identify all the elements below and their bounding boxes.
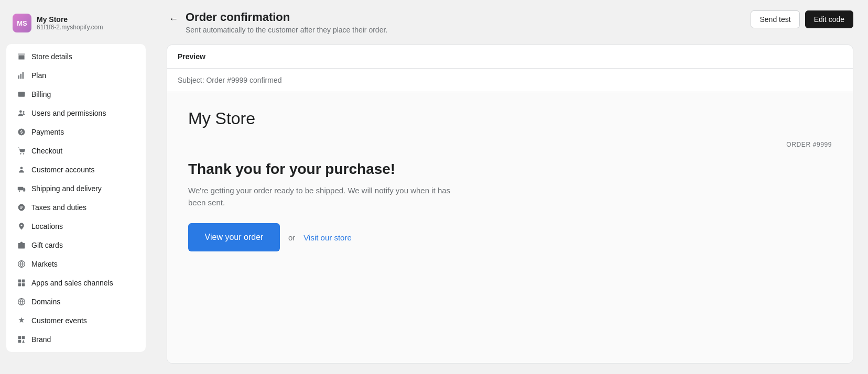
shipping-delivery-icon: [17, 184, 26, 193]
send-test-button[interactable]: Send test: [751, 10, 799, 28]
locations-icon: [17, 222, 26, 231]
sidebar-item-domains[interactable]: Domains: [8, 292, 144, 311]
store-info: My Store 61f1f6-2.myshopify.com: [37, 15, 103, 31]
sidebar-item-payments[interactable]: Payments: [8, 123, 144, 141]
brand-icon: [17, 335, 26, 344]
svg-rect-19: [18, 283, 21, 287]
svg-point-5: [19, 110, 22, 113]
billing-icon: [17, 90, 26, 99]
svg-rect-15: [18, 243, 25, 245]
svg-point-7: [20, 153, 21, 154]
svg-rect-20: [22, 283, 25, 287]
email-store-name: My Store: [188, 109, 832, 128]
sidebar-label-shipping-delivery: Shipping and delivery: [31, 184, 102, 193]
svg-point-12: [24, 191, 25, 192]
sidebar-item-gift-cards[interactable]: Gift cards: [8, 236, 144, 255]
sidebar-item-markets[interactable]: Markets: [8, 255, 144, 273]
page-header-actions: Send test Edit code: [751, 10, 853, 28]
sidebar-label-payments: Payments: [31, 128, 64, 136]
email-actions: View your order or Visit our store: [188, 223, 832, 251]
page-title: Order confirmation: [186, 10, 387, 24]
store-avatar: MS: [13, 14, 31, 32]
svg-rect-24: [18, 340, 21, 343]
store-header[interactable]: MS My Store 61f1f6-2.myshopify.com: [6, 8, 146, 38]
customer-accounts-icon: [17, 165, 26, 174]
svg-rect-18: [22, 280, 25, 283]
sidebar-item-apps-sales-channels[interactable]: Apps and sales channels: [8, 273, 144, 292]
sidebar-item-customer-accounts[interactable]: Customer accounts: [8, 160, 144, 179]
svg-rect-14: [18, 244, 25, 248]
store-name: My Store: [37, 15, 103, 24]
email-order-number: ORDER #9999: [188, 141, 832, 148]
sidebar-item-brand[interactable]: Brand: [8, 330, 144, 349]
checkout-icon: [17, 146, 26, 156]
sidebar-nav: Store detailsPlanBillingUsers and permis…: [6, 44, 146, 352]
sidebar-label-users-permissions: Users and permissions: [31, 109, 106, 117]
store-url: 61f1f6-2.myshopify.com: [37, 24, 103, 31]
svg-rect-1: [20, 74, 21, 79]
svg-rect-4: [18, 93, 25, 94]
sidebar-label-apps-sales-channels: Apps and sales channels: [31, 279, 113, 287]
svg-rect-2: [23, 72, 24, 79]
visit-store-link[interactable]: Visit our store: [303, 233, 351, 242]
sidebar-item-shipping-delivery[interactable]: Shipping and delivery: [8, 179, 144, 198]
sidebar-label-checkout: Checkout: [31, 147, 62, 155]
email-or-text: or: [288, 233, 295, 242]
sidebar-item-locations[interactable]: Locations: [8, 217, 144, 236]
sidebar-item-checkout[interactable]: Checkout: [8, 141, 144, 160]
sidebar-item-billing[interactable]: Billing: [8, 85, 144, 104]
sidebar-label-billing: Billing: [31, 90, 51, 98]
svg-rect-0: [18, 75, 19, 79]
back-button[interactable]: ←: [167, 12, 180, 27]
store-details-icon: [17, 52, 26, 61]
svg-rect-10: [18, 187, 23, 190]
taxes-duties-icon: [17, 203, 26, 212]
sidebar-item-taxes-duties[interactable]: Taxes and duties: [8, 198, 144, 217]
email-thank-you: Thank you for your purchase!: [188, 161, 832, 178]
edit-code-button[interactable]: Edit code: [805, 10, 853, 28]
svg-point-8: [23, 153, 24, 154]
sidebar-item-users-permissions[interactable]: Users and permissions: [8, 104, 144, 123]
page-title-block: Order confirmation Sent automatically to…: [186, 10, 387, 34]
svg-point-9: [20, 167, 23, 169]
domains-icon: [17, 297, 26, 306]
email-description: We're getting your order ready to be shi…: [188, 185, 461, 208]
apps-sales-channels-icon: [17, 278, 26, 288]
sidebar-label-taxes-duties: Taxes and duties: [31, 203, 86, 212]
view-order-button[interactable]: View your order: [188, 223, 280, 251]
main-content: ← Order confirmation Sent automatically …: [152, 0, 868, 374]
svg-rect-23: [22, 336, 25, 339]
payments-icon: [17, 127, 26, 137]
sidebar-label-store-details: Store details: [31, 52, 72, 61]
sidebar-label-customer-events: Customer events: [31, 316, 87, 325]
sidebar-label-domains: Domains: [31, 298, 60, 306]
svg-rect-17: [18, 280, 21, 283]
sidebar-item-customer-events[interactable]: Customer events: [8, 311, 144, 330]
sidebar-label-markets: Markets: [31, 260, 58, 268]
svg-point-6: [23, 111, 24, 113]
preview-panel: Preview Subject: Order #9999 confirmed M…: [167, 45, 853, 364]
sidebar-label-customer-accounts: Customer accounts: [31, 166, 95, 174]
sidebar: MS My Store 61f1f6-2.myshopify.com Store…: [0, 0, 152, 374]
gift-cards-icon: [17, 240, 26, 250]
sidebar-label-brand: Brand: [31, 335, 51, 344]
page-subtitle: Sent automatically to the customer after…: [186, 26, 387, 34]
markets-icon: [17, 259, 26, 269]
sidebar-item-plan[interactable]: Plan: [8, 66, 144, 85]
page-header: ← Order confirmation Sent automatically …: [167, 10, 853, 34]
sidebar-label-locations: Locations: [31, 222, 63, 230]
users-permissions-icon: [17, 108, 26, 118]
email-body: My Store ORDER #9999 Thank you for your …: [167, 92, 853, 363]
sidebar-item-store-details[interactable]: Store details: [8, 47, 144, 66]
svg-rect-22: [18, 336, 21, 339]
plan-icon: [17, 71, 26, 80]
sidebar-label-gift-cards: Gift cards: [31, 241, 63, 249]
preview-label: Preview: [167, 45, 853, 69]
svg-point-11: [19, 191, 20, 192]
sidebar-label-plan: Plan: [31, 71, 46, 80]
email-subject: Subject: Order #9999 confirmed: [167, 69, 853, 92]
customer-events-icon: [17, 316, 26, 325]
page-header-left: ← Order confirmation Sent automatically …: [167, 10, 387, 34]
